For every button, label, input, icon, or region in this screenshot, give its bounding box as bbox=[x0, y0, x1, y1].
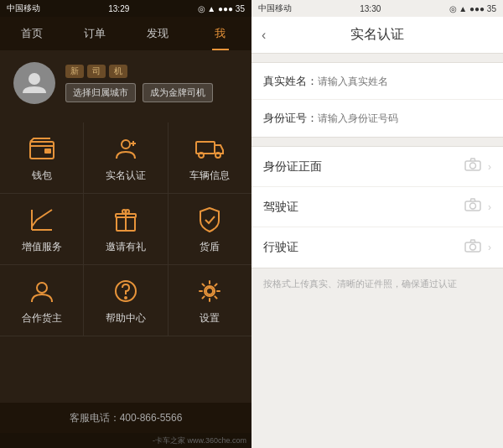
idcard-field-row: 身份证号： bbox=[252, 100, 503, 137]
customer-service: 客服电话：400-866-5566 bbox=[0, 403, 252, 433]
left-operator: 中国移动 bbox=[7, 3, 40, 14]
upload-driver-right: › bbox=[464, 198, 491, 216]
grid-row-2: 增值服务 邀请有礼 bbox=[0, 194, 252, 265]
wallet-label: 钱包 bbox=[32, 169, 52, 183]
camera-icon-id bbox=[464, 158, 481, 175]
realname-field-row: 真实姓名： bbox=[252, 63, 503, 100]
right-status-bar: 中国移动 13:30 ◎ ▲ ●●● 35 bbox=[252, 0, 503, 17]
camera-icon-vehicle bbox=[464, 239, 481, 257]
gear-icon bbox=[194, 276, 225, 306]
upload-vehicle-right: › bbox=[464, 239, 491, 257]
settings-label: 设置 bbox=[200, 311, 220, 326]
chevron-right-icon-3: › bbox=[488, 242, 491, 253]
menu-grid: 钱包 实名认证 bbox=[0, 116, 252, 403]
tab-home[interactable]: 首页 bbox=[0, 17, 63, 50]
camera-icon-driver bbox=[464, 198, 481, 216]
profile-actions: 选择归属城市 成为金牌司机 bbox=[65, 83, 213, 102]
badge-type: 机 bbox=[109, 65, 127, 78]
handshake-icon bbox=[27, 276, 57, 306]
realname-field-label: 真实姓名： bbox=[263, 74, 318, 89]
svg-point-16 bbox=[125, 297, 127, 299]
person-icon bbox=[111, 133, 141, 164]
right-panel: 中国移动 13:30 ◎ ▲ ●●● 35 ‹ 实名认证 真实姓名： 身份证号：… bbox=[252, 0, 503, 448]
svg-point-3 bbox=[122, 140, 130, 148]
svg-point-22 bbox=[470, 203, 476, 209]
realname-label: 实名认证 bbox=[106, 169, 146, 183]
svg-point-7 bbox=[199, 153, 204, 158]
upload-vehicle-license[interactable]: 行驶证 › bbox=[252, 227, 503, 268]
valueadd-label: 增值服务 bbox=[22, 240, 62, 254]
svg-point-24 bbox=[470, 244, 476, 250]
watermark-text: -卡车之家 www.360che.com bbox=[153, 435, 246, 446]
watermark: -卡车之家 www.360che.com bbox=[0, 433, 252, 448]
customer-service-text: 客服电话：400-866-5566 bbox=[70, 411, 183, 425]
grid-row-1: 钱包 实名认证 bbox=[0, 122, 252, 194]
svg-point-14 bbox=[37, 283, 47, 293]
profile-section: 新 司 机 选择归属城市 成为金牌司机 bbox=[0, 50, 252, 116]
chevron-right-icon-1: › bbox=[488, 161, 491, 173]
question-icon bbox=[111, 276, 141, 306]
grid-item-partner[interactable]: 合作货主 bbox=[0, 265, 84, 336]
svg-rect-6 bbox=[196, 142, 215, 154]
left-status-bar: 中国移动 13:29 ◎ ▲ ●●● 35 bbox=[0, 0, 252, 17]
upload-id-front-right: › bbox=[464, 158, 491, 175]
svg-point-20 bbox=[470, 163, 476, 169]
left-time: 13:29 bbox=[108, 4, 129, 13]
invite-label: 邀请有礼 bbox=[106, 240, 146, 254]
select-city-button[interactable]: 选择归属城市 bbox=[65, 83, 136, 102]
avatar bbox=[13, 62, 55, 104]
upload-id-front[interactable]: 身份证正面 › bbox=[252, 147, 503, 187]
grid-item-shield[interactable]: 货盾 bbox=[169, 194, 252, 265]
svg-point-8 bbox=[215, 153, 220, 158]
become-gold-driver-button[interactable]: 成为金牌司机 bbox=[143, 83, 213, 102]
chart-icon bbox=[27, 205, 57, 235]
right-status-icons: ◎ ▲ ●●● 35 bbox=[449, 4, 496, 13]
wallet-icon bbox=[27, 133, 57, 164]
grid-item-realname[interactable]: 实名认证 bbox=[84, 122, 168, 194]
badge-row: 新 司 机 bbox=[65, 65, 213, 78]
nav-tabs: 首页 订单 发现 我 bbox=[0, 17, 252, 50]
form-section: 真实姓名： 身份证号： bbox=[252, 62, 503, 138]
right-time: 13:30 bbox=[360, 4, 381, 13]
idcard-field-label: 身份证号： bbox=[263, 111, 318, 126]
badge-new: 新 bbox=[65, 65, 84, 78]
profile-info: 新 司 机 选择归属城市 成为金牌司机 bbox=[65, 65, 213, 102]
grid-item-help[interactable]: 帮助中心 bbox=[84, 265, 168, 336]
truck-icon bbox=[194, 133, 225, 164]
vehicle-label: 车辆信息 bbox=[189, 169, 230, 183]
help-label: 帮助中心 bbox=[106, 311, 146, 326]
right-operator: 中国移动 bbox=[258, 3, 292, 14]
grid-item-vehicle[interactable]: 车辆信息 bbox=[169, 122, 252, 194]
upload-id-front-label: 身份证正面 bbox=[263, 159, 322, 175]
right-header: ‹ 实名认证 bbox=[252, 17, 503, 54]
page-title: 实名认证 bbox=[350, 26, 404, 44]
grid-item-valueadd[interactable]: 增值服务 bbox=[0, 194, 84, 265]
svg-point-17 bbox=[206, 288, 213, 294]
grid-item-wallet[interactable]: 钱包 bbox=[0, 122, 84, 194]
back-button[interactable]: ‹ bbox=[262, 28, 266, 43]
upload-section: 身份证正面 › 驾驶证 bbox=[252, 146, 503, 268]
upload-driver-license[interactable]: 驾驶证 › bbox=[252, 187, 503, 227]
realname-input[interactable] bbox=[318, 76, 491, 87]
badge-driver: 司 bbox=[87, 65, 106, 78]
chevron-right-icon-2: › bbox=[488, 201, 491, 213]
upload-driver-label: 驾驶证 bbox=[263, 200, 298, 215]
tab-me[interactable]: 我 bbox=[189, 17, 252, 50]
grid-item-settings[interactable]: 设置 bbox=[169, 265, 252, 336]
left-status-icons: ◎ ▲ ●●● 35 bbox=[198, 4, 245, 13]
cargo-shield-label: 货盾 bbox=[200, 240, 220, 254]
svg-point-0 bbox=[29, 73, 40, 85]
shield-icon bbox=[194, 205, 225, 235]
upload-vehicle-label: 行驶证 bbox=[263, 240, 298, 255]
tab-discover[interactable]: 发现 bbox=[126, 17, 189, 50]
svg-rect-2 bbox=[44, 148, 51, 154]
gift-icon bbox=[111, 205, 141, 235]
left-panel: 中国移动 13:29 ◎ ▲ ●●● 35 首页 订单 发现 我 新 司 bbox=[0, 0, 252, 448]
grid-row-3: 合作货主 帮助中心 bbox=[0, 265, 252, 336]
hint-text: 按格式上传真实、清晰的证件照，确保通过认证 bbox=[252, 268, 503, 300]
tab-orders[interactable]: 订单 bbox=[63, 17, 126, 50]
grid-item-invite[interactable]: 邀请有礼 bbox=[84, 194, 168, 265]
idcard-input[interactable] bbox=[318, 112, 491, 124]
partner-label: 合作货主 bbox=[22, 311, 62, 326]
